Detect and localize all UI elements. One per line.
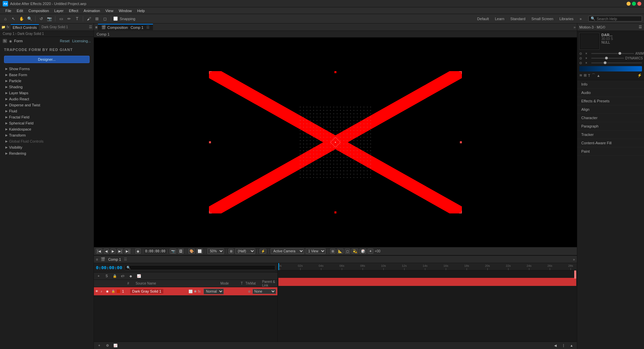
menu-layer[interactable]: Layer (52, 8, 66, 13)
timeline-navigate-out[interactable]: ▲ (568, 342, 575, 349)
timeline-comp-menu[interactable]: ☰ (124, 257, 127, 261)
resolution-select[interactable]: (Half) (Full) (Quarter) (235, 248, 255, 254)
layer-fx-icon[interactable]: fx (198, 289, 201, 294)
track-end-handle[interactable] (574, 270, 576, 279)
layer-switch-2[interactable]: ✱ (194, 289, 197, 294)
exposure-btn[interactable]: ☀ (368, 249, 373, 254)
breadcrumb-comp1[interactable]: Comp 1 (97, 32, 110, 36)
effect-item-show-forms[interactable]: ▶ Show Forms (0, 66, 94, 72)
motion-icon-up[interactable]: ▲ (597, 73, 600, 78)
menu-file[interactable]: File (3, 8, 14, 13)
composition-tab[interactable]: 🎬 Composition Comp 1 ☰ (98, 24, 153, 30)
layer-solo-icon[interactable]: ◉ (106, 290, 110, 293)
search-input[interactable] (597, 17, 640, 21)
panel-content-aware-fill[interactable]: Content-Aware Fill (577, 139, 644, 147)
layer-lock[interactable]: 🔒 (111, 273, 118, 280)
transport-back-frame[interactable]: ◀ (104, 249, 109, 254)
show-channel-btn[interactable]: 🎨 (188, 249, 195, 254)
workspace-small-screen[interactable]: Small Screen (529, 16, 556, 21)
timeline-graph-btn[interactable]: 📈 (112, 342, 119, 349)
minimize-button[interactable] (627, 2, 631, 6)
maximize-button[interactable] (632, 2, 636, 6)
toolbar-camera[interactable]: 📷 (46, 15, 53, 22)
toolbar-brush[interactable]: 🖌 (86, 15, 92, 22)
timeline-new-layer[interactable]: + (96, 342, 103, 349)
transport-forward-frame[interactable]: ▶| (117, 249, 123, 254)
panel-menu-icon[interactable]: ☰ (89, 25, 92, 29)
motion-slider-2[interactable] (591, 58, 624, 59)
timeline-time-display[interactable]: 0:00:00:00 (96, 265, 122, 270)
motion-slider-1[interactable] (591, 53, 634, 54)
toolbar-pen[interactable]: ✏ (66, 15, 72, 22)
effect-checkbox[interactable]: ◉ (9, 39, 12, 43)
toolbar-rotate[interactable]: ↺ (38, 15, 45, 22)
layer-track-bar[interactable] (278, 278, 576, 286)
effect-item-transform[interactable]: ▶ Transform (0, 132, 94, 138)
timeline-settings[interactable]: ⚙ (104, 342, 111, 349)
show-alpha-btn[interactable]: ⬜ (196, 249, 203, 254)
menu-view[interactable]: View (103, 8, 116, 13)
panel-tracker[interactable]: Tracker (577, 131, 644, 139)
menu-help[interactable]: Help (135, 8, 148, 13)
snapshot-btn[interactable]: 📷 (170, 249, 176, 254)
effect-item-fluid[interactable]: ▶ Fluid (0, 108, 94, 114)
transport-to-end[interactable]: ▶| (124, 249, 131, 254)
toolbar-hand[interactable]: ✋ (18, 15, 25, 22)
effect-item-spherical-field[interactable]: ▶ Spherical Field (0, 120, 94, 126)
menu-window[interactable]: Window (116, 8, 135, 13)
layer-parent-select[interactable]: None (253, 289, 276, 294)
panel-info[interactable]: Info (577, 80, 644, 89)
comp-viewport[interactable] (94, 38, 577, 247)
comp-panel-expand[interactable]: » (574, 25, 576, 29)
toolbar-arrow[interactable]: ↖ (10, 15, 17, 22)
fast-previews[interactable]: ⚡ (260, 249, 266, 254)
snapping-checkbox[interactable] (113, 16, 118, 21)
transport-play[interactable]: ▶ (110, 249, 116, 254)
camera-select[interactable]: Active Camera (271, 248, 304, 254)
toolbar-stamp[interactable]: ⊞ (94, 15, 100, 22)
timeline-playhead[interactable] (278, 263, 279, 270)
toolbar-home[interactable]: ⌂ (2, 15, 9, 22)
motion-icon-grid[interactable]: ⊞ (584, 73, 587, 78)
menu-effect[interactable]: Effect (66, 8, 81, 13)
motion-icon-wave[interactable]: ≋ (579, 73, 582, 78)
toggle-mask[interactable]: ◻ (345, 249, 350, 254)
layer-markers[interactable]: ◆ (127, 273, 134, 280)
panel-audio[interactable]: Audio (577, 89, 644, 97)
layer-name[interactable]: Dark Gray Solid 1 (130, 289, 163, 294)
effect-item-particle[interactable]: ▶ Particle (0, 78, 94, 84)
layer-parent-icon[interactable]: ⊕ (248, 290, 251, 293)
licensing-link[interactable]: Licensing... (72, 39, 91, 43)
panel-paragraph[interactable]: Paragraph (577, 122, 644, 131)
designer-button[interactable]: Designer... (4, 56, 90, 63)
workspace-expand[interactable]: » (577, 16, 584, 21)
effect-item-global-fluid[interactable]: ▶ Global Fluid Controls (0, 138, 94, 144)
effect-item-layer-maps[interactable]: ▶ Layer Maps (0, 90, 94, 96)
toolbar-zoom[interactable]: 🔍 (26, 15, 33, 22)
show-snapshot-btn[interactable]: 🖼 (178, 249, 184, 254)
panel-paint[interactable]: Paint (577, 147, 644, 156)
close-button[interactable] (637, 2, 641, 6)
motion-icon-text[interactable]: T (588, 73, 590, 78)
layer-color-label[interactable] (117, 290, 120, 293)
views-select[interactable]: 1 View 2 Views 4 Views (306, 248, 326, 254)
motion-icon-bezier[interactable]: ⌒ (592, 73, 595, 78)
ram-preview[interactable]: ◉ (135, 249, 141, 254)
layer-switch-1[interactable]: ⬜ (188, 289, 193, 294)
toggle-3d[interactable]: 🎲 (360, 249, 366, 254)
motion-slider-3[interactable] (591, 62, 642, 63)
workspace-libraries[interactable]: Libraries (557, 16, 576, 21)
panel-character[interactable]: Character (577, 114, 644, 122)
timeline-playhead-btn[interactable]: | (560, 342, 567, 349)
menu-animation[interactable]: Animation (81, 8, 103, 13)
zoom-select[interactable]: 50% 100% 25% (207, 248, 224, 254)
effect-item-audio-react[interactable]: ▶ Audio React (0, 96, 94, 102)
motion-blue-bar[interactable] (579, 66, 642, 71)
layer-mode-select[interactable]: Normal Multiply Screen (204, 289, 224, 294)
reset-link[interactable]: Reset (60, 39, 70, 43)
right-panel-menu[interactable]: ☰ (639, 25, 642, 29)
panel-effects-presets[interactable]: Effects & Presets (577, 97, 644, 105)
effect-item-fractal-field[interactable]: ▶ Fractal Field (0, 114, 94, 120)
fit-to-viewer[interactable]: ⊞ (228, 249, 234, 254)
timeline-navigate-in[interactable]: ◀ (552, 342, 559, 349)
